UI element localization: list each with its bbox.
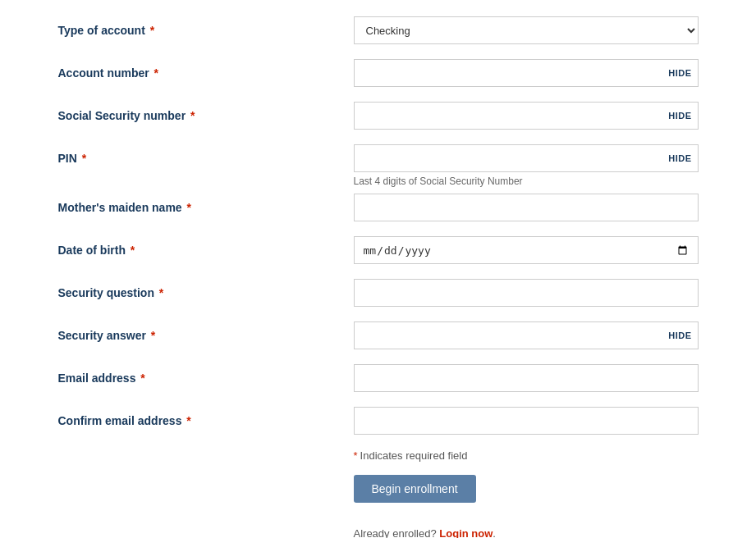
required-star: *: [183, 414, 190, 427]
ssn-hide-button[interactable]: HIDE: [668, 111, 691, 121]
security-question-row: Security question *: [58, 279, 699, 307]
pin-row: PIN * HIDE: [58, 144, 699, 172]
account-number-row: Account number * HIDE: [58, 59, 699, 87]
type-of-account-select[interactable]: Checking Savings: [354, 16, 699, 44]
required-star: *: [151, 66, 158, 80]
security-answer-label: Security answer *: [58, 329, 354, 342]
email-address-row: Email address *: [58, 364, 699, 392]
required-star: *: [156, 286, 163, 299]
type-of-account-label: Type of account *: [58, 24, 354, 37]
mothers-maiden-name-row: Mother's maiden name *: [58, 194, 699, 221]
type-of-account-row: Type of account * Checking Savings: [58, 16, 699, 44]
pin-hide-button[interactable]: HIDE: [668, 153, 691, 163]
already-enrolled-text: Already enrolled?: [354, 527, 437, 538]
pin-label: PIN *: [58, 152, 354, 165]
confirm-email-row: Confirm email address *: [58, 407, 699, 435]
date-of-birth-field: [354, 236, 699, 264]
pin-hint: Last 4 digits of Social Security Number: [354, 176, 699, 187]
mothers-maiden-name-field: [354, 194, 699, 221]
security-answer-input[interactable]: [354, 321, 699, 349]
account-number-hide-button[interactable]: HIDE: [668, 68, 691, 78]
enrollment-form: Type of account * Checking Savings Accou…: [58, 16, 699, 538]
email-address-field: [354, 364, 699, 392]
date-of-birth-label: Date of birth *: [58, 244, 354, 257]
account-number-field: HIDE: [354, 59, 699, 87]
required-note-star: *: [354, 449, 358, 462]
date-of-birth-input[interactable]: [354, 236, 699, 264]
confirm-email-field: [354, 407, 699, 435]
security-answer-field: HIDE: [354, 321, 699, 349]
security-question-field: [354, 279, 699, 307]
date-of-birth-row: Date of birth *: [58, 236, 699, 264]
ssn-label: Social Security number *: [58, 109, 354, 122]
required-star: *: [184, 201, 191, 214]
mothers-maiden-name-input[interactable]: [354, 194, 699, 221]
security-question-label: Security question *: [58, 286, 354, 299]
pin-field: HIDE: [354, 144, 699, 172]
type-of-account-field: Checking Savings: [354, 16, 699, 44]
mothers-maiden-name-label: Mother's maiden name *: [58, 201, 354, 214]
email-address-label: Email address *: [58, 372, 354, 385]
login-now-link[interactable]: Login now: [439, 527, 493, 538]
required-star: *: [147, 24, 154, 37]
security-question-input[interactable]: [354, 279, 699, 307]
begin-enrollment-button[interactable]: Begin enrollment: [354, 475, 476, 503]
required-star: *: [127, 244, 135, 257]
security-answer-row: Security answer * HIDE: [58, 321, 699, 349]
email-address-input[interactable]: [354, 364, 699, 392]
pin-input[interactable]: [354, 144, 699, 172]
ssn-input[interactable]: [354, 102, 699, 130]
required-star: *: [187, 109, 195, 122]
required-note: *Indicates required field: [354, 449, 699, 462]
account-number-label: Account number *: [58, 66, 354, 80]
security-answer-hide-button[interactable]: HIDE: [668, 331, 691, 340]
already-enrolled-section: Already enrolled? Login now.: [354, 527, 699, 538]
ssn-field: HIDE: [354, 102, 699, 130]
required-star: *: [148, 329, 155, 342]
confirm-email-label: Confirm email address *: [58, 414, 354, 427]
required-star: *: [137, 372, 144, 385]
account-number-input[interactable]: [354, 59, 699, 87]
required-star: *: [79, 152, 86, 165]
confirm-email-input[interactable]: [354, 407, 699, 435]
ssn-row: Social Security number * HIDE: [58, 102, 699, 130]
